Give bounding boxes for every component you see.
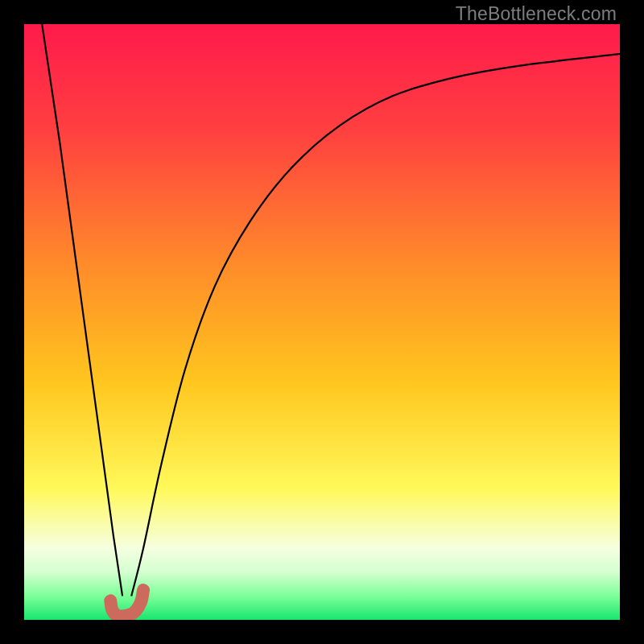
chart-canvas (24, 24, 620, 620)
chart-frame (24, 24, 620, 620)
watermark-text: TheBottleneck.com (456, 3, 617, 25)
